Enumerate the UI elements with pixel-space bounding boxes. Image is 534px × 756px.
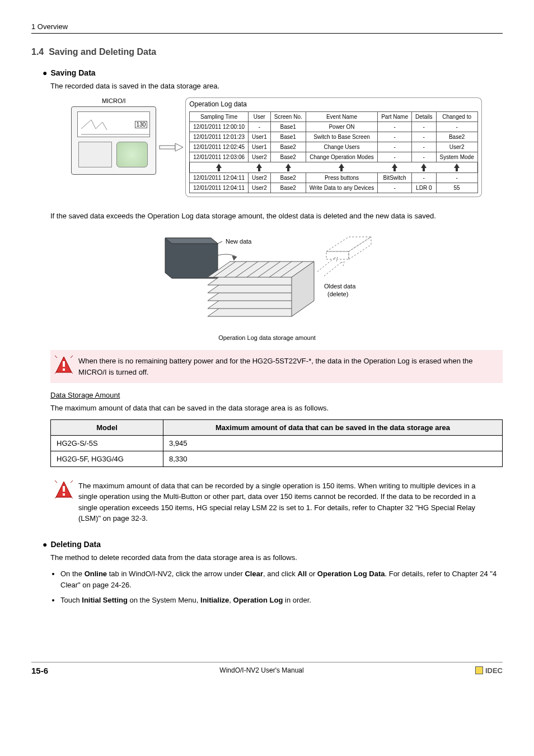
idec-logo: IDEC: [475, 666, 503, 675]
table-cell: HG2G-S/-5S: [51, 435, 163, 451]
connector-icon: [158, 142, 183, 152]
micro-label: MICRO/I: [71, 97, 156, 104]
oplog-title: Operation Log data: [185, 97, 481, 109]
table-row: HG2G-S/-5S3,945: [51, 435, 503, 451]
table-cell: Base2: [270, 183, 306, 193]
table-cell: HG2G-5F, HG3G/4G: [51, 451, 163, 466]
storage-col-1: Maximum amount of data that can be saved…: [163, 419, 503, 435]
table-cell: System Mode: [436, 152, 477, 162]
bullet-2: Touch Initial Setting on the System Menu…: [60, 595, 503, 606]
brand-text: IDEC: [485, 666, 503, 675]
micro-device-illustration: 130: [71, 106, 156, 175]
figure-oplog-overview: MICRO/I 130 Operation Log data: [31, 97, 503, 197]
fig2-caption: Operation Log data storage amount: [31, 334, 503, 341]
table-cell: 8,330: [163, 451, 503, 466]
col-6: Changed to: [436, 111, 477, 122]
storage-col-0: Model: [51, 419, 163, 435]
svg-line-21: [317, 258, 334, 272]
table-row: 12/01/2011 12:03:06User2Base2Change Oper…: [190, 152, 477, 162]
storage-amount-heading: Data Storage Amount: [50, 391, 503, 399]
deleting-heading: Deleting Data: [31, 540, 503, 549]
table-cell: 12/01/2011 12:02:45: [190, 142, 249, 152]
table-cell: -: [378, 122, 412, 132]
svg-line-3: [218, 241, 222, 244]
table-cell: -: [436, 122, 477, 132]
col-3: Event Name: [306, 111, 377, 122]
warning-icon: [55, 480, 73, 524]
table-cell: BitSwitch: [378, 172, 412, 183]
saving-intro: The recorded data is saved in the data s…: [31, 81, 503, 92]
t: , and click: [263, 570, 297, 578]
num-130: 130: [135, 121, 148, 128]
table-row: 12/01/2011 12:04:11User2Base2Press butto…: [190, 172, 477, 183]
svg-rect-29: [63, 361, 65, 367]
col-4: Part Name: [378, 111, 412, 122]
table-cell: -: [411, 152, 436, 162]
table-cell: 12/01/2011 12:03:06: [190, 152, 249, 162]
manual-title: WindO/I-NV2 User's Manual: [219, 666, 303, 674]
table-cell: -: [411, 142, 436, 152]
table-cell: -: [411, 172, 436, 183]
new-data-label: New data: [226, 238, 252, 245]
t: Initial Setting: [82, 596, 128, 604]
table-row: 12/01/2011 12:00:10-Base1Power ON---: [190, 122, 477, 132]
svg-line-25: [71, 356, 73, 358]
exceed-text: If the saved data exceeds the Operation …: [31, 211, 503, 222]
warning-icon: [55, 356, 73, 377]
svg-line-22: [324, 263, 341, 276]
table-cell: Base1: [270, 122, 306, 132]
section-name: Saving and Deleting Data: [49, 47, 156, 57]
col-1: User: [249, 111, 271, 122]
table-cell: Press buttons: [306, 172, 377, 183]
warning-text-2: The maximum amount of data that can be r…: [78, 480, 495, 524]
table-cell: Write Data to any Devices: [306, 183, 377, 193]
t: Touch: [60, 596, 82, 604]
t: ,: [229, 596, 233, 604]
t: Operation Log Data: [317, 570, 385, 578]
t: Operation Log: [233, 596, 283, 604]
table-cell: -: [436, 172, 477, 183]
table-cell: -: [249, 122, 271, 132]
section-title: 1.4 Saving and Deleting Data: [31, 47, 503, 57]
warning-text-1: When there is no remaining battery power…: [78, 356, 495, 377]
table-cell: 12/01/2011 12:01:23: [190, 132, 249, 142]
col-0: Sampling Time: [190, 111, 249, 122]
t: on the System Menu,: [128, 596, 200, 604]
warning-box-2: The maximum amount of data that can be r…: [50, 475, 503, 530]
bullet-1: On the Online tab in WindO/I-NV2, click …: [60, 568, 503, 590]
table-cell: User2: [249, 183, 271, 193]
svg-marker-18: [326, 237, 371, 251]
oplog-table: Sampling Time User Screen No. Event Name…: [189, 111, 477, 193]
chapter-header: 1 Overview: [31, 22, 503, 34]
table-cell: -: [378, 132, 412, 142]
table-row: HG2G-5F, HG3G/4G8,330: [51, 451, 503, 466]
old-data-label2: (delete): [327, 291, 348, 297]
table-cell: -: [378, 142, 412, 152]
logo-square-icon: [475, 666, 483, 674]
t: Clear: [245, 570, 263, 578]
t: tab in WindO/I-NV2, click the arrow unde…: [107, 570, 245, 578]
table-cell: Base2: [270, 172, 306, 183]
table-cell: Change Operation Modes: [306, 152, 377, 162]
table-cell: 12/01/2011 12:04:11: [190, 183, 249, 193]
table-cell: Base2: [270, 152, 306, 162]
table-cell: User2: [436, 142, 477, 152]
section-num: 1.4: [31, 47, 44, 57]
table-cell: 12/01/2011 12:04:11: [190, 172, 249, 183]
svg-rect-0: [160, 146, 175, 149]
table-cell: 3,945: [163, 435, 503, 451]
svg-rect-30: [63, 368, 65, 371]
table-cell: Base2: [270, 142, 306, 152]
saving-heading: Saving Data: [31, 68, 503, 77]
t: All: [297, 570, 307, 578]
svg-marker-2: [165, 238, 218, 244]
table-row: 12/01/2011 12:04:11User2Base2Write Data …: [190, 183, 477, 193]
col-5: Details: [411, 111, 436, 122]
table-row: 12/01/2011 12:02:45User1Base2Change User…: [190, 142, 477, 152]
table-cell: Base2: [436, 132, 477, 142]
table-cell: Change Users: [306, 142, 377, 152]
svg-line-24: [55, 356, 57, 358]
deleting-bullets: On the Online tab in WindO/I-NV2, click …: [50, 568, 503, 606]
table-cell: 55: [436, 183, 477, 193]
table-cell: User1: [249, 142, 271, 152]
